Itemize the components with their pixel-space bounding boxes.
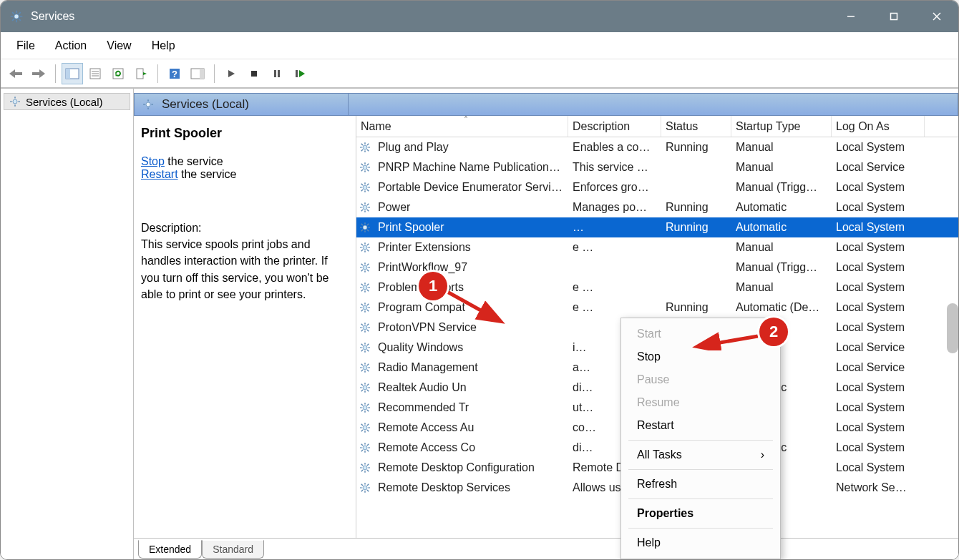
svg-line-70 xyxy=(361,184,363,185)
tab-extended[interactable]: Extended xyxy=(138,540,202,559)
svg-line-142 xyxy=(361,344,363,345)
stop-service-button[interactable] xyxy=(243,63,265,84)
cell-name: Problem Reports xyxy=(374,281,568,294)
col-status[interactable]: Status xyxy=(661,116,731,137)
cell-log-on-as: Local System xyxy=(832,141,925,154)
svg-rect-14 xyxy=(15,72,22,75)
col-log-on-as[interactable]: Log On As xyxy=(832,116,925,137)
minimize-button[interactable] xyxy=(829,1,872,32)
scrollbar[interactable] xyxy=(947,303,958,353)
cell-log-on-as: Local System xyxy=(832,301,925,314)
gear-icon xyxy=(359,421,371,434)
restart-service-link[interactable]: Restart xyxy=(141,168,178,180)
table-row[interactable]: Plug and PlayEnables a co…RunningManualL… xyxy=(356,137,958,157)
svg-point-146 xyxy=(363,365,367,370)
col-startup[interactable]: Startup Type xyxy=(731,116,832,137)
svg-line-71 xyxy=(367,190,369,191)
svg-line-144 xyxy=(361,350,363,351)
content-tab-services[interactable]: Services (Local) xyxy=(134,93,349,116)
gear-icon xyxy=(359,201,371,214)
cell-startup: Manual (Trigg… xyxy=(731,181,832,194)
col-description[interactable]: Description xyxy=(568,116,661,137)
cell-log-on-as: Local System xyxy=(832,401,925,414)
show-hide-action-pane-button[interactable] xyxy=(187,63,208,84)
svg-line-107 xyxy=(367,270,369,271)
svg-rect-35 xyxy=(296,70,298,77)
properties-button[interactable] xyxy=(84,63,106,84)
ctx-resume: Resume xyxy=(621,391,780,414)
svg-line-181 xyxy=(367,424,369,426)
cell-startup: Automatic (De… xyxy=(731,301,832,314)
services-window: Services File Action View Help ? xyxy=(0,0,959,560)
svg-line-145 xyxy=(367,344,369,345)
stop-service-link[interactable]: Stop xyxy=(141,155,165,167)
export-button[interactable] xyxy=(130,63,152,84)
table-row[interactable]: PNRP Machine Name Publication…This servi… xyxy=(356,157,958,177)
services-app-icon xyxy=(9,9,24,24)
table-row[interactable]: PrintWorkflow_97Manual (Trigg…Local Syst… xyxy=(356,257,958,277)
cell-name: Recommended Tr xyxy=(374,401,568,414)
table-row[interactable]: Program Compate …RunningAutomatic (De…Lo… xyxy=(356,298,958,318)
svg-point-173 xyxy=(363,426,367,430)
sort-arrow-icon: ˄ xyxy=(464,116,468,125)
gear-icon xyxy=(359,341,371,354)
table-row[interactable]: PowerManages po…RunningAutomaticLocal Sy… xyxy=(356,197,958,217)
table-row[interactable]: Printer Extensionse …ManualLocal System xyxy=(356,237,958,257)
cell-name: ProtonVPN Service xyxy=(374,321,568,334)
cell-name: Radio Management xyxy=(374,361,568,374)
menu-action[interactable]: Action xyxy=(45,35,97,57)
cell-name: Printer Extensions xyxy=(374,241,568,254)
show-hide-tree-button[interactable] xyxy=(62,63,83,84)
col-name[interactable]: Name xyxy=(356,116,568,137)
svg-point-42 xyxy=(146,102,150,107)
pause-service-button[interactable] xyxy=(266,63,288,84)
close-button[interactable] xyxy=(915,1,958,32)
ctx-refresh[interactable]: Refresh xyxy=(621,473,780,496)
table-row[interactable]: Portable Device Enumerator Servi…Enforce… xyxy=(356,177,958,197)
bottom-tabs: Extended Standard xyxy=(134,538,958,559)
navigation-tree: Services (Local) xyxy=(1,89,134,559)
ctx-all-tasks[interactable]: All Tasks› xyxy=(621,443,780,466)
svg-point-110 xyxy=(363,285,367,290)
menu-view[interactable]: View xyxy=(97,35,141,57)
gear-icon xyxy=(359,321,371,334)
ctx-help[interactable]: Help xyxy=(621,531,780,554)
svg-line-169 xyxy=(361,404,363,406)
cell-name: Print Spooler xyxy=(374,221,568,234)
description-label: Description: xyxy=(141,220,349,236)
nav-forward-button[interactable] xyxy=(28,63,49,84)
svg-line-133 xyxy=(361,324,363,325)
restart-service-button[interactable] xyxy=(289,63,311,84)
nav-services-local[interactable]: Services (Local) xyxy=(4,93,130,110)
gear-icon xyxy=(359,141,371,154)
menu-help[interactable]: Help xyxy=(142,35,185,57)
svg-marker-13 xyxy=(9,69,15,78)
cell-description: This service … xyxy=(568,161,661,174)
menu-file[interactable]: File xyxy=(6,35,45,57)
svg-point-65 xyxy=(363,185,367,190)
ctx-properties[interactable]: Properties xyxy=(621,502,780,525)
svg-line-118 xyxy=(367,284,369,285)
gear-icon xyxy=(359,301,371,314)
cell-description: Enforces gro… xyxy=(568,181,661,194)
tab-standard[interactable]: Standard xyxy=(202,540,264,559)
refresh-button[interactable] xyxy=(107,63,129,84)
svg-line-52 xyxy=(361,144,363,145)
svg-line-189 xyxy=(361,450,363,451)
nav-back-button[interactable] xyxy=(5,63,26,84)
svg-line-6 xyxy=(19,19,21,21)
help-button[interactable]: ? xyxy=(164,63,185,84)
svg-line-126 xyxy=(361,310,363,311)
maximize-button[interactable] xyxy=(872,1,915,32)
start-service-button[interactable] xyxy=(220,63,242,84)
svg-line-205 xyxy=(361,484,363,486)
ctx-restart[interactable]: Restart xyxy=(621,414,780,437)
svg-line-124 xyxy=(361,304,363,305)
ctx-stop[interactable]: Stop xyxy=(621,345,780,368)
svg-line-117 xyxy=(361,290,363,291)
svg-line-73 xyxy=(367,184,369,185)
table-row[interactable]: Print Spooler…RunningAutomaticLocal Syst… xyxy=(356,217,958,237)
cell-startup: Manual (Trigg… xyxy=(731,261,832,274)
annotation-badge-2: 2 xyxy=(759,318,788,346)
svg-point-191 xyxy=(363,466,367,470)
